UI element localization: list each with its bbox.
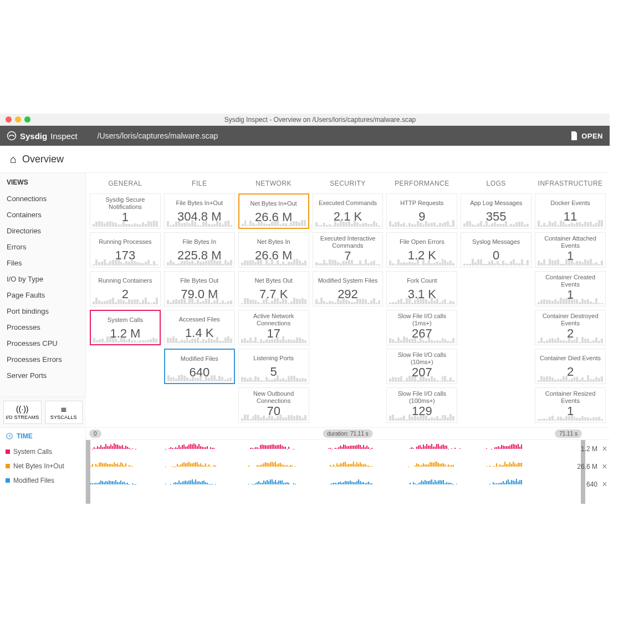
metric-tile[interactable]: Container Died Events2 [535,349,606,384]
io-streams-icon: ((·)) [4,405,41,413]
timeline-series[interactable]: Net Bytes In+Out [0,459,85,473]
sidebar-item-server-ports[interactable]: Server Ports [0,367,85,384]
series-swatch [6,478,10,483]
metric-tile[interactable]: Slow File I/O calls (10ms+)207 [386,349,457,384]
metric-title: File Bytes In [166,235,233,248]
sidebar-item-directories[interactable]: Directories [0,223,85,239]
metric-tile[interactable]: Net Bytes Out7.7 K [238,271,309,306]
metric-tile[interactable]: Container Attached Events1 [535,232,606,268]
timeline-wave[interactable] [86,442,561,456]
remove-series-icon[interactable]: × [600,444,610,454]
column-header: INFRASTRUCTURE [533,173,607,192]
metric-tile[interactable]: Container Destroyed Events2 [535,310,606,345]
metric-title: Container Resized Events [536,390,604,404]
remove-series-icon[interactable]: × [600,462,610,472]
metric-tile[interactable]: Executed Commands2.1 K [313,193,384,229]
metric-tile[interactable]: Fork Count3.1 K [386,271,457,306]
window-close-icon[interactable] [6,116,12,122]
metric-tile[interactable]: HTTP Requests9 [386,193,457,229]
sidebar-item-processes-cpu[interactable]: Processes CPU [0,335,85,351]
sidebar-item-errors[interactable]: Errors [0,239,85,255]
views-sidebar: VIEWS ConnectionsContainersDirectoriesEr… [0,173,86,427]
remove-series-icon[interactable]: × [600,479,610,489]
metric-title: Syslog Messages [462,235,530,248]
metric-tile[interactable]: Slow File I/O calls (1ms+)267 [386,310,457,345]
svg-point-0 [8,132,16,140]
syscalls-button[interactable]: ≣ SYSCALLS [45,401,83,424]
open-button[interactable]: OPEN [570,131,603,140]
metric-title: New Outbound Connections [240,390,308,404]
metric-title: Container Destroyed Events [536,313,604,326]
sysdig-logo-icon [7,131,17,141]
metric-tile[interactable]: Modified System Files292 [313,271,384,306]
metric-tile[interactable]: Container Created Events1 [535,271,606,306]
metric-tile[interactable]: Active Network Connections17 [238,310,309,345]
metric-tile[interactable]: New Outbound Connections70 [238,387,309,423]
metric-tile[interactable]: Slow File I/O calls (100ms+)129 [386,387,457,423]
metric-tile[interactable]: File Bytes In225.8 M [164,232,235,268]
column-header: FILE [162,173,237,192]
home-icon[interactable]: ⌂ [10,153,17,166]
column-header: LOGS [459,173,533,192]
metric-title: Docker Events [536,196,604,209]
app-window: Sysdig Inspect - Overview on /Users/lori… [0,114,610,504]
file-icon [570,131,578,140]
page-title: Overview [22,154,64,165]
metric-tile[interactable]: File Bytes Out79.0 M [164,271,235,306]
sidebar-item-page-faults[interactable]: Page Faults [0,287,85,303]
column-header: NETWORK [237,173,311,192]
column-header: SECURITY [311,173,385,192]
metric-title: Slow File I/O calls (1ms+) [388,313,456,326]
metrics-grid: GENERALFILENETWORKSECURITYPERFORMANCELOG… [86,173,610,427]
timeline-series[interactable]: Modified Files [0,473,85,488]
metric-tile[interactable]: Sysdig Secure Notifications1 [90,193,161,229]
titlebar: Sysdig Inspect - Overview on /Users/lori… [0,114,610,126]
metric-title: Running Containers [91,274,159,287]
metric-tile[interactable]: Running Processes173 [90,232,161,268]
sidebar-item-files[interactable]: Files [0,255,85,271]
metric-tile[interactable]: File Bytes In+Out304.8 M [164,193,235,229]
metric-tile[interactable]: Executed Interactive Commands7 [313,232,384,268]
metric-tile[interactable]: App Log Messages355 [461,193,531,229]
time-ruler[interactable]: 0 duration: 71.11 s 71.11 s [86,428,610,440]
empty-cell [461,349,531,384]
metric-tile[interactable]: Running Containers2 [90,271,161,306]
app-logo: SysdigInspect [7,131,78,141]
metric-tile[interactable]: Net Bytes In26.6 M [238,232,309,268]
metric-tile[interactable]: Accessed Files1.4 K [164,310,235,345]
sidebar-item-connections[interactable]: Connections [0,191,85,207]
metric-title: Net Bytes In [240,235,308,248]
metric-tile[interactable]: Docker Events11 [535,193,606,229]
time-end-pill: 71.11 s [555,430,582,438]
io-streams-button[interactable]: ((·)) I/O STREAMS [3,401,42,424]
metric-title: Accessed Files [166,313,233,326]
metric-title: Fork Count [388,274,456,287]
metric-tile[interactable]: Container Resized Events1 [535,387,606,423]
window-zoom-icon[interactable] [24,116,30,122]
timeline-series[interactable]: System Calls [0,444,85,459]
metric-title: Modified System Files [314,274,382,287]
sidebar-item-containers[interactable]: Containers [0,207,85,223]
metric-tile[interactable]: Syslog Messages0 [461,232,531,268]
timeline-wave[interactable] [86,478,561,491]
metric-title: Sysdig Secure Notifications [91,196,159,210]
metric-tile[interactable]: Modified Files640 [164,349,235,384]
metric-tile[interactable]: Net Bytes In+Out26.6 M [238,193,309,229]
timeline-wave[interactable] [86,460,561,473]
syscalls-icon: ≣ [45,405,83,413]
timeline-panel: TIME System CallsNet Bytes In+OutModifie… [0,427,610,504]
metric-title: Net Bytes In+Out [241,197,307,210]
metric-tile[interactable]: File Open Errors1.2 K [386,232,457,268]
metric-title: Net Bytes Out [240,274,308,287]
metric-title: Modified Files [166,352,233,365]
metric-tile[interactable]: Listening Ports5 [238,349,309,384]
metric-tile[interactable]: System Calls1.2 M [90,310,161,345]
sidebar-item-port-bindings[interactable]: Port bindings [0,303,85,319]
metric-title: Container Attached Events [536,235,604,249]
metric-title: File Open Errors [388,235,456,248]
sidebar-item-processes-errors[interactable]: Processes Errors [0,351,85,367]
window-minimize-icon[interactable] [15,116,21,122]
sidebar-item-i-o-by-type[interactable]: I/O by Type [0,271,85,287]
sidebar-item-processes[interactable]: Processes [0,319,85,335]
empty-cell [313,310,384,345]
